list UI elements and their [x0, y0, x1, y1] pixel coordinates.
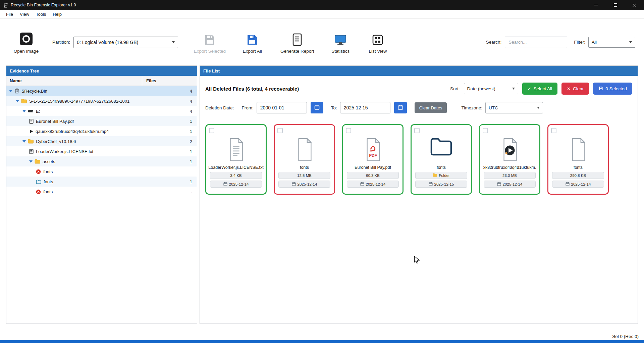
file-list-panel: File List All Deleted Files (6 total, 4 … — [200, 65, 638, 324]
file-card[interactable]: fonts Folder 2025-12-15 — [411, 124, 472, 195]
tree-row-files: - — [142, 169, 197, 174]
card-filename: fonts — [275, 165, 334, 170]
chevron-down-icon — [172, 41, 175, 43]
column-files: Files — [142, 78, 197, 83]
tree-row-files: 1 — [142, 149, 197, 154]
calendar-icon — [566, 182, 570, 187]
folder-icon — [28, 139, 34, 144]
caret-down-icon[interactable] — [29, 160, 33, 163]
menu-bar: File View Tools Help — [0, 10, 644, 19]
title-bar: Recycle Bin Forensic Explorer v1.0 — [0, 0, 644, 10]
card-date-badge: 2025-12-14 — [210, 181, 262, 188]
card-size-badge: 12.5 MB — [278, 172, 330, 179]
partition-label: Partition: — [52, 40, 70, 45]
calendar-icon — [398, 105, 403, 111]
tree-row-files: 1 — [142, 179, 197, 184]
close-button[interactable] — [625, 0, 644, 10]
selected-count-button[interactable]: 0 Selected — [593, 83, 632, 95]
card-checkbox[interactable] — [346, 128, 351, 133]
file-card[interactable]: PDF Euronet Bill Pay.pdf 60.3 KB 2025-12… — [342, 124, 404, 195]
to-calendar-button[interactable] — [394, 102, 407, 113]
menu-help[interactable]: Help — [49, 10, 65, 18]
open-image-button[interactable]: Open Image — [9, 31, 44, 54]
file-card[interactable]: xk82rubfruxd43q4d1ukfukm. 23.3 MB 2025-1… — [479, 124, 540, 195]
tree-row-fonts-1[interactable]: fonts - — [6, 166, 197, 177]
list-view-button[interactable]: List View — [366, 31, 389, 54]
menu-view[interactable]: View — [16, 10, 33, 18]
tree-row-fonts-3[interactable]: fonts - — [6, 187, 197, 197]
caret-down-icon[interactable] — [9, 90, 12, 92]
minimize-button[interactable] — [587, 0, 606, 10]
card-checkbox[interactable] — [209, 128, 214, 133]
caret-down-icon[interactable] — [22, 140, 26, 143]
tree-row-license[interactable]: LoaderWorker.js.LICENSE.txt 1 — [6, 146, 197, 156]
file-card[interactable]: LoaderWorker.js.LICENSE.txt 3.4 KB 2025-… — [205, 124, 267, 195]
from-date-input[interactable] — [257, 102, 307, 113]
to-date-input[interactable] — [340, 102, 390, 113]
open-image-icon — [19, 31, 34, 46]
tree-row-label: fonts — [44, 179, 53, 184]
folder-mini-icon — [433, 173, 437, 178]
tree-row-files: 1 — [142, 119, 197, 124]
maximize-button[interactable] — [606, 0, 625, 10]
recycle-bin-icon — [14, 88, 19, 94]
filter-label: Filter: — [574, 40, 585, 45]
tree-row-drive-e[interactable]: E: 4 — [6, 106, 197, 116]
tree-row-mp4[interactable]: qauexk82rubfruxd43q4d1ukfukm.mp4 1 — [6, 126, 197, 136]
tree-row-label: CyberChef_v10.18.6 — [36, 139, 76, 144]
from-calendar-button[interactable] — [311, 102, 323, 113]
filter-dropdown[interactable]: All — [588, 37, 635, 48]
card-checkbox[interactable] — [551, 128, 556, 133]
tree-row-pdf[interactable]: Euronet Bill Pay.pdf 1 — [6, 116, 197, 126]
sort-label: Sort: — [450, 86, 460, 91]
error-icon — [36, 189, 41, 194]
tree-row-assets[interactable]: assets 1 — [6, 156, 197, 166]
tree-row-label: LoaderWorker.js.LICENSE.txt — [36, 149, 93, 154]
blank-file-icon — [548, 131, 608, 162]
play-icon — [29, 129, 33, 134]
report-document-icon — [291, 31, 303, 46]
drive-icon — [28, 109, 34, 113]
clear-button[interactable]: ✕ Clear — [561, 83, 589, 95]
tree-row-files: 1 — [142, 129, 197, 134]
file-card[interactable]: fonts 290.8 KB 2025-12-14 — [547, 124, 609, 195]
card-date-badge: 2025-12-14 — [484, 181, 536, 188]
tree-row-label: assets — [43, 159, 55, 164]
search-label: Search: — [486, 40, 502, 45]
sort-dropdown[interactable]: Date (newest) — [464, 83, 518, 94]
export-all-button[interactable]: Export All — [237, 31, 267, 54]
clear-dates-button[interactable]: Clear Dates — [415, 102, 447, 113]
caret-down-icon[interactable] — [16, 100, 19, 102]
toolbar: Open Image Partition: 0: Logical Volume … — [0, 19, 644, 65]
card-checkbox[interactable] — [483, 128, 488, 133]
caret-down-icon[interactable] — [22, 110, 26, 112]
mouse-cursor — [413, 256, 421, 265]
floppy-disk-blue-icon — [246, 31, 259, 46]
select-all-button[interactable]: ✓ Select All — [522, 83, 557, 95]
calendar-icon — [292, 182, 296, 187]
card-size-badge: Folder — [415, 172, 467, 179]
menu-tools[interactable]: Tools — [33, 10, 49, 18]
tree-row-sid[interactable]: S-1-5-21-154098890-1497771987-627026682-… — [6, 96, 197, 106]
card-checkbox[interactable] — [277, 128, 283, 133]
tree-row-recycle-bin[interactable]: $Recycle.Bin 4 — [6, 86, 197, 96]
tree-row-fonts-2[interactable]: fonts 1 — [6, 177, 197, 187]
document-icon — [29, 119, 34, 124]
export-selected-button[interactable]: Export Selected — [191, 31, 228, 54]
chevron-down-icon — [537, 107, 540, 109]
partition-dropdown[interactable]: 0: Logical Volume (19.98 GB) — [73, 37, 178, 48]
status-bar-text: Sel 0 (Rec 0) — [612, 334, 639, 339]
search-input[interactable] — [505, 37, 567, 48]
timezone-dropdown[interactable]: UTC — [485, 102, 543, 113]
card-filename: Euronet Bill Pay.pdf — [343, 165, 402, 170]
generate-report-button[interactable]: Generate Report — [277, 31, 317, 54]
statistics-button[interactable]: Statistics — [327, 31, 354, 54]
menu-file[interactable]: File — [3, 10, 16, 18]
file-card[interactable]: fonts 12.5 MB 2025-12-14 — [274, 124, 335, 195]
card-date-badge: 2025-12-14 — [552, 181, 604, 188]
tree-row-cyberchef[interactable]: CyberChef_v10.18.6 2 — [6, 136, 197, 146]
card-filename: fonts — [548, 165, 608, 170]
card-checkbox[interactable] — [414, 128, 420, 133]
card-size-badge: 290.8 KB — [552, 172, 604, 179]
card-size-badge: 3.4 KB — [210, 172, 262, 179]
